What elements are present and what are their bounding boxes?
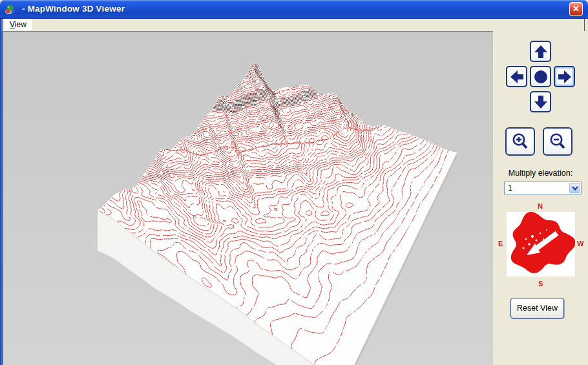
compass-minimap bbox=[507, 212, 575, 276]
title-bar: - MapWindow 3D Viewer ✕ bbox=[0, 0, 588, 19]
pan-left-button[interactable] bbox=[506, 66, 527, 87]
arrow-down-icon bbox=[533, 94, 549, 110]
arrow-right-icon bbox=[557, 69, 572, 85]
menubar-edge bbox=[584, 19, 585, 31]
reset-view-button[interactable]: Reset View bbox=[510, 298, 564, 318]
arrow-left-icon bbox=[509, 69, 525, 85]
pan-down-button[interactable] bbox=[530, 91, 551, 112]
terrain-3d-render[interactable] bbox=[3, 32, 493, 365]
magnifier-plus-icon bbox=[510, 132, 530, 151]
compass-south-label: S bbox=[538, 280, 543, 287]
compass-west-label: W bbox=[577, 240, 583, 247]
compass-canvas bbox=[507, 212, 575, 276]
elevation-value: 1 bbox=[508, 183, 512, 193]
pan-up-button[interactable] bbox=[530, 41, 551, 62]
app-window: - MapWindow 3D Viewer ✕ View bbox=[0, 0, 588, 365]
zoom-out-button[interactable] bbox=[543, 127, 572, 156]
window-title: - MapWindow 3D Viewer bbox=[22, 4, 125, 14]
control-panel: Multiply elevation: 1 N E W S Reset View bbox=[493, 31, 588, 365]
compass-east-label: E bbox=[498, 240, 503, 247]
recenter-button[interactable] bbox=[530, 66, 551, 87]
center-circle-icon bbox=[533, 69, 549, 85]
menu-bar: View bbox=[3, 19, 585, 31]
zoom-in-button[interactable] bbox=[505, 127, 535, 156]
pan-right-button[interactable] bbox=[554, 66, 575, 87]
viewport-3d[interactable] bbox=[3, 31, 493, 365]
app-icon bbox=[5, 4, 16, 16]
combo-dropdown-button[interactable] bbox=[569, 183, 580, 193]
arrow-up-icon bbox=[533, 44, 549, 59]
chevron-down-icon bbox=[572, 186, 578, 191]
elevation-combobox[interactable]: 1 bbox=[504, 182, 582, 194]
magnifier-minus-icon bbox=[548, 132, 567, 151]
multiply-elevation-label: Multiply elevation: bbox=[493, 169, 588, 178]
close-button[interactable]: ✕ bbox=[569, 2, 583, 16]
menu-view[interactable]: View bbox=[5, 19, 32, 30]
compass-north-label: N bbox=[538, 202, 543, 210]
